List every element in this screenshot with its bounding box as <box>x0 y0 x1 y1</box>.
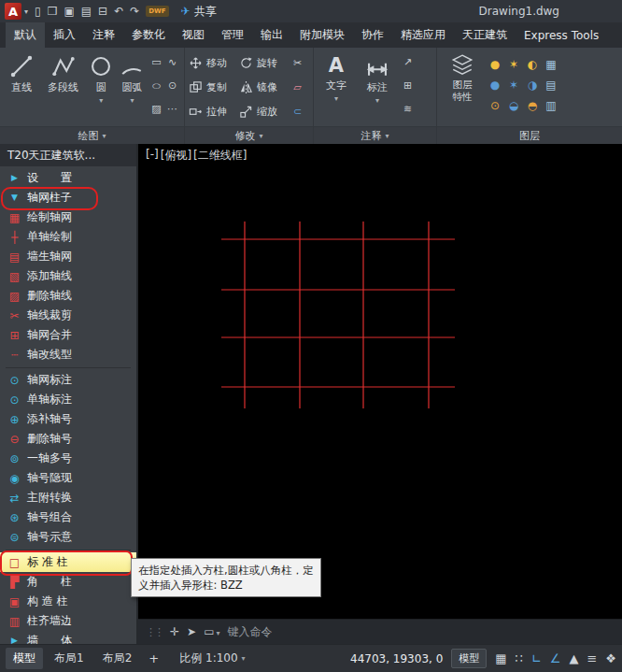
layer-prev-icon[interactable]: ◓ <box>528 100 537 111</box>
tool-copy-button[interactable]: 复制 <box>189 80 239 94</box>
hatch-icon[interactable]: ▨ <box>151 103 161 115</box>
ribbon-tab-11[interactable]: Express Tools <box>516 22 607 48</box>
app-logo-icon[interactable]: A <box>5 3 21 20</box>
command-line-bar[interactable]: ⋮⋮ ✛ ➤ ▭▾ 键入命令 <box>138 619 622 644</box>
ribbon-tab-4[interactable]: 视图 <box>174 22 213 48</box>
layer-walk-icon[interactable]: ⊙ <box>490 100 500 111</box>
share-button[interactable]: ✈ 共享 <box>181 4 217 20</box>
layer-merge-icon[interactable]: ▥ <box>545 100 556 111</box>
sidebar-item-single-axis-draw[interactable]: ┼单轴绘制 <box>0 227 136 247</box>
redo-icon[interactable]: ↷ <box>130 6 139 17</box>
leader-icon[interactable]: ↗ <box>403 56 412 68</box>
tool-circle-button[interactable]: 圆 ▾ <box>87 50 116 126</box>
layer-current-icon[interactable]: ◒ <box>509 100 518 111</box>
revision-cloud-icon[interactable]: ≋ <box>403 103 412 115</box>
sidebar-item-column-align-wall[interactable]: ▥柱齐墙边 <box>0 611 136 631</box>
model-space-button[interactable]: 模型 <box>451 649 487 668</box>
sidebar-item-one-axis-multi-number[interactable]: ⊚一轴多号 <box>0 449 136 468</box>
save-icon[interactable]: ▣ <box>64 6 74 17</box>
app-menu-caret-icon[interactable]: ▾ <box>24 7 28 16</box>
sidebar-item-axis-number-sketch[interactable]: ⊜轴号示意 <box>0 527 136 547</box>
undo-icon[interactable]: ↶ <box>114 6 123 17</box>
fullscreen-icon[interactable]: ❖ <box>605 651 616 665</box>
sidebar-item-add-axis-number[interactable]: ⊕添补轴号 <box>0 409 136 429</box>
layer-on-icon[interactable]: ● <box>490 59 500 70</box>
sidebar-item-add-axis-line[interactable]: ▧添加轴线 <box>0 266 136 286</box>
tool-mirror-button[interactable]: 镜像 <box>239 80 290 94</box>
ribbon-tab-5[interactable]: 管理 <box>213 22 252 48</box>
text-flyout-caret-icon[interactable]: ▾ <box>334 94 338 103</box>
spline-icon[interactable]: ∿ <box>168 56 177 68</box>
ribbon-tab-1[interactable]: 插入 <box>45 22 84 48</box>
layout-tab-layout1[interactable]: 布局1 <box>47 648 92 669</box>
command-input[interactable]: 键入命令 <box>227 624 272 640</box>
sidebar-item-axis-number-visibility[interactable]: ◉轴号隐现 <box>0 468 136 488</box>
customization-menu-icon[interactable]: ≡ <box>587 651 597 665</box>
crosshair-customize-icon[interactable]: ✛ <box>170 625 179 638</box>
ortho-toggle-icon[interactable]: ∟ <box>531 651 542 665</box>
panel-label-annotate[interactable]: 注释 ▾ <box>314 126 436 144</box>
dwf-icon[interactable]: DWF <box>146 6 168 17</box>
new-file-icon[interactable]: ▯ <box>35 6 41 17</box>
more-draw-icon[interactable]: ⋯ <box>167 103 177 115</box>
tool-stretch-button[interactable]: 拉伸 <box>189 105 239 119</box>
viewport-menu-control[interactable]: [-] <box>146 148 159 164</box>
sidebar-item-axis-grid-dim[interactable]: ⊙轴网标注 <box>0 370 136 390</box>
ribbon-tab-3[interactable]: 参数化 <box>123 22 174 48</box>
erase-icon[interactable]: ▱ <box>290 81 305 93</box>
tool-scale-button[interactable]: 缩放 <box>239 105 290 119</box>
table-icon[interactable]: ⊞ <box>403 79 412 92</box>
layer-off-icon[interactable]: ● <box>490 79 500 91</box>
ribbon-tab-2[interactable]: 注释 <box>84 22 123 48</box>
tool-arc-button[interactable]: 圆弧 ▾ <box>118 50 147 126</box>
sidebar-item-delete-axis-number[interactable]: ⊖删除轴号 <box>0 429 136 449</box>
viewport-view-control[interactable]: [俯视] <box>161 148 191 164</box>
recent-commands-icon[interactable]: ▭▾ <box>204 625 219 638</box>
arc-flyout-caret-icon[interactable]: ▾ <box>130 96 134 105</box>
panel-label-modify[interactable]: 修改 ▾ <box>185 126 313 144</box>
offset-icon[interactable]: ⊂ <box>290 106 305 118</box>
panel-label-draw[interactable]: 绘图 ▾ <box>0 126 184 144</box>
trim-icon[interactable]: ✂ <box>290 57 305 69</box>
tool-move-button[interactable]: 移动 <box>189 56 239 70</box>
sidebar-item-corner-column[interactable]: ▛角 柱 <box>0 572 136 592</box>
viewport-visual-style-control[interactable]: [二维线框] <box>193 148 247 164</box>
sidebar-item-axis-grid-column[interactable]: ▼轴网柱子 <box>0 188 136 207</box>
drawing-viewport[interactable]: [-] [俯视] [二维线框] <box>138 144 622 619</box>
layer-thaw-icon[interactable]: ◐ <box>528 59 537 70</box>
sidebar-item-delete-axis-line[interactable]: ▨删除轴线 <box>0 286 136 306</box>
isodraft-toggle-icon[interactable]: ▲ <box>569 651 578 665</box>
layer-freeze-icon[interactable]: ✶ <box>509 79 518 91</box>
panel-label-layers[interactable]: 图层 <box>437 126 622 144</box>
sidebar-item-single-axis-dim[interactable]: ⊙单轴标注 <box>0 390 136 409</box>
point-icon[interactable]: ⊙ <box>168 79 177 92</box>
layer-isolate-icon[interactable]: ▤ <box>545 79 556 91</box>
dimension-flyout-caret-icon[interactable]: ▾ <box>375 96 379 105</box>
ribbon-tab-0[interactable]: 默认 <box>6 22 45 48</box>
open-folder-icon[interactable]: ❒ <box>48 6 58 17</box>
snap-toggle-icon[interactable]: ∷ <box>516 651 523 665</box>
ellipse-icon[interactable]: ○ <box>152 79 162 92</box>
ribbon-tab-10[interactable]: 天正建筑 <box>454 22 516 48</box>
sidebar-item-construction-column[interactable]: ▣构 造 柱 <box>0 592 136 611</box>
sidebar-item-main-sub-convert[interactable]: ⇄主附转换 <box>0 488 136 508</box>
sidebar-header[interactable]: T20天正建筑软... <box>0 144 136 166</box>
ribbon-tab-7[interactable]: 附加模块 <box>291 22 353 48</box>
tool-line-button[interactable]: 直线 <box>4 50 40 126</box>
rectangle-icon[interactable]: ▭ <box>151 56 161 68</box>
layer-match-icon[interactable]: ▦ <box>545 59 556 70</box>
new-layout-button[interactable]: + <box>143 649 164 668</box>
layer-properties-button[interactable]: 图层 特性 <box>441 50 484 126</box>
sidebar-item-draw-axis-grid[interactable]: ▦绘制轴网 <box>0 207 136 227</box>
sidebar-item-axis-linetype[interactable]: ┄轴改线型 <box>0 345 136 365</box>
sidebar-item-axis-trim[interactable]: ✂轴线裁剪 <box>0 306 136 325</box>
sidebar-item-wall[interactable]: ▶墙 体 <box>0 631 136 644</box>
tool-polyline-button[interactable]: 多段线 <box>42 50 85 126</box>
grid-toggle-icon[interactable]: ▦ <box>495 651 506 665</box>
layer-sun-icon[interactable]: ✶ <box>509 59 518 70</box>
layer-lock-icon[interactable]: ◑ <box>528 79 537 91</box>
plot-icon[interactable]: ⊟ <box>98 6 107 17</box>
sidebar-item-wall-to-axis[interactable]: ▤墙生轴网 <box>0 247 136 266</box>
save-as-icon[interactable]: ▤ <box>81 6 92 17</box>
sidebar-item-axis-number-combine[interactable]: ⊛轴号组合 <box>0 508 136 527</box>
